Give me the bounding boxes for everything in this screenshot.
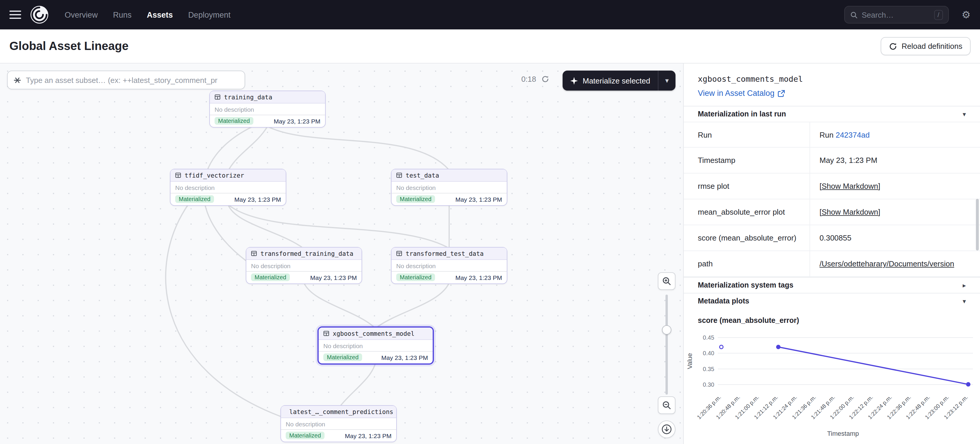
nav-item-assets[interactable]: Assets [147, 10, 173, 19]
svg-text:Value: Value [686, 353, 694, 369]
materialize-dropdown-caret[interactable]: ▾ [658, 70, 676, 91]
asset-node-footer: MaterializedMay 23, 1:23 PM [319, 351, 433, 363]
zoom-slider-handle[interactable] [662, 325, 671, 335]
metadata-label: score (mean_absolute_error) [684, 225, 810, 250]
zoom-slider-track[interactable] [665, 294, 668, 395]
section-materialization-in-last-run[interactable]: Materialization in last run ▾ [684, 106, 980, 122]
zoom-out-button[interactable] [658, 396, 676, 414]
last-run-table: RunRun 242374adTimestampMay 23, 1:23 PMr… [684, 122, 980, 277]
asset-node-timestamp: May 23, 1:23 PM [455, 196, 502, 202]
asset-details-sidebar: xgboost_comments_model View in Asset Cat… [683, 64, 980, 444]
asset-node-header: test_data [391, 169, 507, 182]
asset-node-transformed_training_data[interactable]: transformed_training_dataNo descriptionM… [246, 247, 362, 284]
metadata-link[interactable]: [Show Markdown] [819, 182, 880, 191]
asset-node-tfidf_vectorizer[interactable]: tfidf_vectorizerNo descriptionMaterializ… [170, 169, 286, 206]
asset-node-description: No description [319, 340, 433, 351]
menu-icon[interactable] [10, 11, 21, 19]
asset-node-description: No description [210, 103, 325, 115]
metadata-link[interactable]: 242374ad [836, 130, 870, 139]
asset-node-timestamp: May 23, 1:23 PM [455, 274, 502, 281]
page-title: Global Asset Lineage [10, 40, 129, 53]
svg-text:Timestamp: Timestamp [827, 430, 859, 437]
asset-node-latest_comment_predictions[interactable]: latest_…_comment_predictionsNo descripti… [280, 405, 397, 442]
asset-node-label: xgboost_comments_model [333, 330, 414, 337]
asset-node-timestamp: May 23, 1:23 PM [310, 274, 357, 281]
asset-node-description: No description [281, 418, 396, 429]
nav-item-overview[interactable]: Overview [65, 10, 98, 19]
metadata-label: mean_absolute_error plot [684, 199, 810, 224]
asset-filter-input[interactable]: Type an asset subset… (ex: ++latest_stor… [7, 70, 245, 89]
refresh-now-icon[interactable] [541, 75, 549, 83]
table-icon [251, 250, 257, 256]
refresh-icon [889, 42, 897, 50]
asset-node-transformed_test_data[interactable]: transformed_test_dataNo descriptionMater… [391, 247, 508, 284]
asset-node-training_data[interactable]: training_dataNo descriptionMaterializedM… [209, 91, 326, 127]
metadata-value: May 23, 1:23 PM [810, 148, 980, 173]
metadata-value: [Show Markdown] [810, 199, 980, 224]
asset-node-label: tfidf_vectorizer [185, 172, 244, 179]
asset-node-footer: MaterializedMay 23, 1:23 PM [210, 115, 325, 127]
section-materialization-system-tags[interactable]: Materialization system tags ▸ [684, 277, 980, 293]
metadata-row-mean-absolute-error-plot: mean_absolute_error plot[Show Markdown] [684, 199, 980, 225]
search-placeholder: Search… [862, 10, 930, 19]
asset-filter-placeholder: Type an asset subset… (ex: ++latest_stor… [26, 76, 218, 84]
metadata-link[interactable]: /Users/odetteharary/Documents/version [819, 259, 954, 268]
section-title: Metadata plots [698, 297, 749, 305]
metadata-value: 0.300855 [810, 225, 980, 250]
lineage-graph[interactable]: Type an asset subset… (ex: ++latest_stor… [0, 64, 683, 444]
metadata-row-path: path/Users/odetteharary/Documents/versio… [684, 251, 980, 277]
sidebar-scrollbar[interactable] [976, 199, 979, 250]
materialized-badge: Materialized [175, 195, 214, 203]
table-icon [396, 250, 402, 256]
asset-node-timestamp: May 23, 1:23 PM [274, 117, 320, 124]
metadata-row-rmse-plot: rmse plot[Show Markdown] [684, 173, 980, 199]
lineage-edge [304, 283, 373, 326]
asset-name-title: xgboost_comments_model [698, 74, 966, 83]
asset-node-label: transformed_test_data [406, 250, 484, 257]
metadata-row-score-mean-absolute-error-: score (mean_absolute_error)0.300855 [684, 225, 980, 251]
nav-item-deployment[interactable]: Deployment [188, 10, 231, 19]
gear-icon[interactable]: ⚙ [962, 10, 971, 20]
section-metadata-plots[interactable]: Metadata plots ▾ [684, 293, 980, 309]
zoom-slider[interactable] [658, 294, 676, 395]
metadata-value: [Show Markdown] [810, 173, 980, 199]
metadata-label: Run [684, 123, 810, 147]
asset-node-xgboost_comments_model[interactable]: xgboost_comments_modelNo descriptionMate… [317, 326, 434, 364]
search-icon [850, 11, 858, 19]
materialize-selected-label: Materialize selected [582, 76, 650, 85]
asset-filter-icon [14, 76, 21, 84]
reload-definitions-button[interactable]: Reload definitions [880, 37, 970, 55]
materialized-badge: Materialized [323, 353, 362, 361]
metadata-value: Run 242374ad [810, 123, 980, 147]
asset-node-description: No description [391, 182, 507, 193]
view-in-asset-catalog-label: View in Asset Catalog [698, 89, 775, 98]
view-in-asset-catalog-link[interactable]: View in Asset Catalog [698, 89, 966, 98]
metadata-plot-svg: 0.300.350.400.451:20:36 p.m.1:20:48 p.m.… [685, 328, 979, 440]
metadata-row-timestamp: TimestampMay 23, 1:23 PM [684, 148, 980, 173]
materialize-selected-button[interactable]: Materialize selected ▾ [563, 70, 676, 91]
chevron-down-icon: ▾ [963, 297, 966, 305]
recenter-button[interactable] [658, 420, 676, 438]
search-input[interactable]: Search… / [844, 6, 949, 24]
zoom-out-icon [662, 401, 671, 410]
lineage-edge [228, 205, 447, 247]
asset-node-label: latest_…_comment_predictions [289, 408, 393, 415]
svg-text:0.30: 0.30 [703, 381, 714, 388]
section-title: Materialization in last run [698, 110, 786, 118]
asset-node-footer: MaterializedMay 23, 1:23 PM [391, 193, 507, 205]
svg-text:0.35: 0.35 [703, 366, 714, 372]
chevron-down-icon: ▾ [963, 110, 966, 118]
asset-node-test_data[interactable]: test_dataNo descriptionMaterializedMay 2… [391, 169, 508, 206]
section-title: Materialization system tags [698, 281, 793, 289]
page-header: Global Asset Lineage Reload definitions [0, 29, 980, 64]
asset-node-label: transformed_training_data [261, 250, 353, 257]
materialized-badge: Materialized [215, 117, 253, 125]
asset-node-header: latest_…_comment_predictions [281, 406, 396, 418]
lineage-edge [378, 283, 449, 326]
metadata-label: rmse plot [684, 173, 810, 199]
materialized-badge: Materialized [286, 432, 325, 439]
metadata-link[interactable]: [Show Markdown] [819, 208, 880, 216]
zoom-in-button[interactable] [658, 272, 676, 290]
metadata-value: /Users/odetteharary/Documents/version [810, 251, 980, 276]
nav-item-runs[interactable]: Runs [113, 10, 132, 19]
